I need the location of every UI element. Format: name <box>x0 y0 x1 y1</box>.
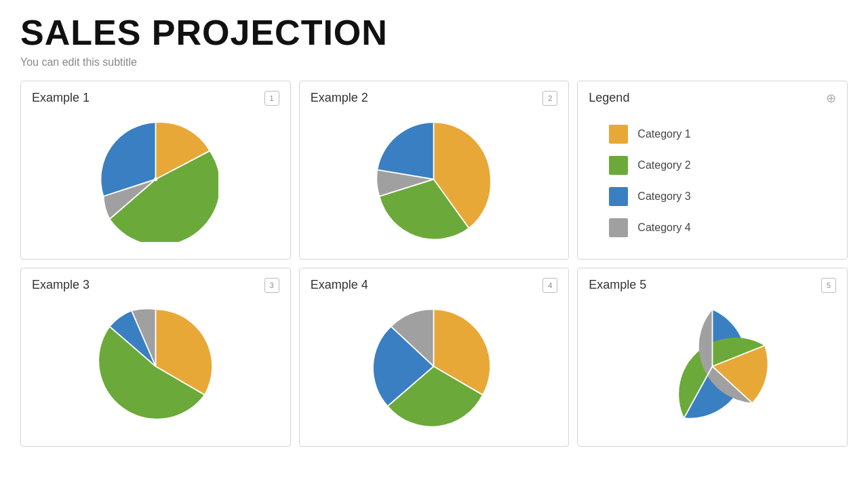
legend-header: Legend ⊕ <box>589 91 836 106</box>
card-example-1: Example 1 1 <box>20 81 291 260</box>
pie-chart-3 <box>93 304 218 429</box>
card-example-4: Example 4 4 <box>299 268 570 447</box>
card-4-title: Example 4 <box>311 278 368 292</box>
legend-label-1: Category 1 <box>637 128 690 140</box>
legend-item-1: Category 1 <box>609 125 836 144</box>
card-1-title: Example 1 <box>32 91 90 105</box>
page-title: SALES PROJECTION <box>20 14 848 52</box>
chart-1-area <box>32 111 279 247</box>
card-3-badge: 3 <box>264 278 279 293</box>
card-2-badge: 2 <box>542 91 557 106</box>
legend-swatch-3 <box>609 187 628 206</box>
legend-title: Legend <box>589 91 629 105</box>
pie-chart-4 <box>371 304 496 429</box>
card-4-badge: 4 <box>542 278 557 293</box>
card-4-header: Example 4 4 <box>311 278 558 293</box>
card-3-title: Example 3 <box>32 278 90 292</box>
legend-item-4: Category 4 <box>609 218 836 237</box>
target-icon: ⊕ <box>826 91 836 106</box>
chart-grid: Example 1 1 <box>20 81 848 447</box>
pie-chart-1 <box>93 117 218 242</box>
card-5-title: Example 5 <box>589 278 646 292</box>
card-1-header: Example 1 1 <box>32 91 279 106</box>
legend-swatch-2 <box>609 156 628 175</box>
chart-4-area <box>311 298 558 434</box>
card-1-badge: 1 <box>264 91 279 106</box>
card-example-3: Example 3 3 <box>20 268 291 447</box>
pie-chart-5 <box>650 304 775 429</box>
legend-card: Legend ⊕ Category 1 Category 2 Category … <box>577 81 848 260</box>
legend-label-3: Category 3 <box>637 190 690 203</box>
pie-chart-2 <box>371 117 496 242</box>
card-3-header: Example 3 3 <box>32 278 279 293</box>
card-2-title: Example 2 <box>311 91 368 105</box>
legend-swatch-4 <box>609 218 628 237</box>
page-header: SALES PROJECTION You can edit this subti… <box>20 14 848 68</box>
card-5-header: Example 5 5 <box>589 278 836 293</box>
legend-item-2: Category 2 <box>609 156 836 175</box>
legend-label-2: Category 2 <box>637 159 690 171</box>
card-example-5: Example 5 5 <box>577 268 848 447</box>
legend-items: Category 1 Category 2 Category 3 Categor… <box>589 125 836 237</box>
legend-label-4: Category 4 <box>637 222 690 234</box>
legend-item-3: Category 3 <box>609 187 836 206</box>
legend-swatch-1 <box>609 125 628 144</box>
chart-3-area <box>32 298 279 434</box>
chart-5-area <box>589 298 836 434</box>
card-example-2: Example 2 2 <box>299 81 570 260</box>
page-subtitle: You can edit this subtitle <box>20 56 848 68</box>
chart-2-area <box>311 111 558 247</box>
card-2-header: Example 2 2 <box>311 91 558 106</box>
card-5-badge: 5 <box>821 278 836 293</box>
